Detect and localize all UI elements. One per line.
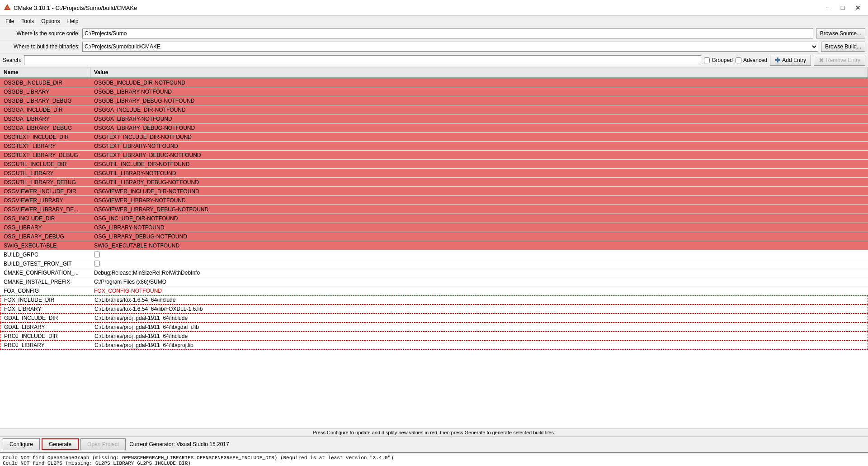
table-row[interactable]: FOX_CONFIG FOX_CONFIG-NOTFOUND — [0, 286, 868, 295]
menu-bar: File Tools Options Help — [0, 16, 868, 27]
value-cell: OSGTEXT_INCLUDE_DIR-NOTFOUND — [90, 133, 868, 141]
name-cell: OSG_LIBRARY_DEBUG — [0, 232, 90, 241]
name-cell: SWIG_EXECUTABLE — [0, 241, 90, 250]
table-row[interactable]: OSGVIEWER_INCLUDE_DIR OSGVIEWER_INCLUDE_… — [0, 187, 868, 196]
table-row[interactable]: OSG_LIBRARY OSG_LIBRARY-NOTFOUND — [0, 223, 868, 232]
table-row[interactable]: OSGDB_LIBRARY OSGDB_LIBRARY-NOTFOUND — [0, 87, 868, 96]
name-cell: GDAL_INCLUDE_DIR — [0, 314, 91, 322]
value-cell: C:/Libraries/fox-1.6.54_64/lib/FOXDLL-1.… — [91, 305, 868, 313]
source-path-input[interactable] — [82, 29, 813, 38]
name-cell: OSGVIEWER_LIBRARY_DE... — [0, 205, 90, 214]
name-column-header: Name — [0, 67, 90, 77]
name-cell: OSG_LIBRARY — [0, 223, 90, 232]
close-button[interactable]: ✕ — [852, 3, 864, 13]
row-checkbox[interactable] — [94, 252, 100, 257]
name-cell: OSGDB_LIBRARY — [0, 87, 90, 96]
table-row[interactable]: GDAL_LIBRARY C:/Libraries/proj_gdal-1911… — [0, 323, 868, 332]
table-row[interactable]: PROJ_LIBRARY C:/Libraries/proj_gdal-1911… — [0, 341, 868, 350]
value-cell: OSGGA_LIBRARY_DEBUG-NOTFOUND — [90, 124, 868, 132]
menu-file[interactable]: File — [2, 17, 18, 26]
table-row[interactable]: OSG_INCLUDE_DIR OSG_INCLUDE_DIR-NOTFOUND — [0, 214, 868, 223]
advanced-checkbox-group: Advanced — [736, 57, 767, 63]
value-cell: C:/Program Files (x86)/SUMO — [90, 277, 868, 286]
table-row[interactable]: FOX_INCLUDE_DIR C:/Libraries/fox-1.6.54_… — [0, 295, 868, 304]
value-cell: OSGDB_LIBRARY_DEBUG-NOTFOUND — [90, 96, 868, 105]
name-cell: PROJ_INCLUDE_DIR — [0, 332, 91, 340]
generate-button[interactable]: Generate — [42, 438, 79, 450]
minus-icon: ✖ — [819, 57, 824, 64]
name-cell: GDAL_LIBRARY — [0, 323, 91, 331]
table-row[interactable]: PROJ_INCLUDE_DIR C:/Libraries/proj_gdal-… — [0, 332, 868, 341]
name-cell: OSGDB_LIBRARY_DEBUG — [0, 96, 90, 105]
value-cell: OSG_LIBRARY_DEBUG-NOTFOUND — [90, 232, 868, 241]
row-checkbox[interactable] — [94, 261, 100, 266]
table-row[interactable]: OSGTEXT_INCLUDE_DIR OSGTEXT_INCLUDE_DIR-… — [0, 133, 868, 142]
table-row[interactable]: OSGDB_LIBRARY_DEBUG OSGDB_LIBRARY_DEBUG-… — [0, 96, 868, 105]
table-row[interactable]: OSGVIEWER_LIBRARY_DE... OSGVIEWER_LIBRAR… — [0, 205, 868, 214]
table-row[interactable]: BUILD_GTEST_FROM_GIT — [0, 259, 868, 268]
configure-button[interactable]: Configure — [3, 438, 40, 450]
name-cell: OSGUTIL_INCLUDE_DIR — [0, 160, 90, 168]
table-row[interactable]: OSGTEXT_LIBRARY OSGTEXT_LIBRARY-NOTFOUND — [0, 142, 868, 151]
name-cell: OSGTEXT_LIBRARY — [0, 142, 90, 150]
name-cell: FOX_INCLUDE_DIR — [0, 296, 91, 304]
search-input[interactable] — [24, 55, 701, 65]
advanced-checkbox[interactable] — [736, 57, 741, 63]
value-cell: OSG_LIBRARY-NOTFOUND — [90, 223, 868, 232]
table-row[interactable]: SWIG_EXECUTABLE SWIG_EXECUTABLE-NOTFOUND — [0, 241, 868, 250]
name-cell: OSGUTIL_LIBRARY_DEBUG — [0, 178, 90, 186]
add-entry-button[interactable]: ✚ Add Entry — [770, 55, 811, 66]
checkbox-cell[interactable] — [90, 250, 868, 259]
source-path-label: Where is the source code: — [3, 30, 80, 37]
name-cell: BUILD_GRPC — [0, 250, 90, 259]
value-cell: OSGDB_INCLUDE_DIR-NOTFOUND — [90, 78, 868, 87]
bottom-bar: Configure Generate Open Project Current … — [0, 436, 868, 452]
table-row[interactable]: GDAL_INCLUDE_DIR C:/Libraries/proj_gdal-… — [0, 314, 868, 323]
grouped-checkbox[interactable] — [704, 57, 710, 63]
table-row[interactable]: OSGGA_LIBRARY OSGGA_LIBRARY-NOTFOUND — [0, 114, 868, 124]
menu-options[interactable]: Options — [38, 17, 63, 26]
browse-source-button[interactable]: Browse Source... — [816, 29, 865, 38]
table-row[interactable]: OSGGA_INCLUDE_DIR OSGGA_INCLUDE_DIR-NOTF… — [0, 105, 868, 114]
window-title: CMake 3.10.1 - C:/Projects/Sumo/build/CM… — [14, 5, 137, 11]
table-row[interactable]: OSGUTIL_LIBRARY OSGUTIL_LIBRARY-NOTFOUND — [0, 169, 868, 178]
table-row[interactable]: OSG_LIBRARY_DEBUG OSG_LIBRARY_DEBUG-NOTF… — [0, 232, 868, 241]
minimize-button[interactable]: − — [821, 3, 834, 13]
name-cell: CMAKE_CONFIGURATION_... — [0, 268, 90, 277]
maximize-button[interactable]: □ — [836, 3, 849, 13]
value-cell: SWIG_EXECUTABLE-NOTFOUND — [90, 241, 868, 250]
table-row[interactable]: CMAKE_CONFIGURATION_... Debug;Release;Mi… — [0, 268, 868, 277]
table-row[interactable]: OSGUTIL_LIBRARY_DEBUG OSGUTIL_LIBRARY_DE… — [0, 178, 868, 187]
value-cell: C:/Libraries/proj_gdal-1911_64/include — [91, 332, 868, 340]
table-row[interactable]: OSGVIEWER_LIBRARY OSGVIEWER_LIBRARY-NOTF… — [0, 196, 868, 205]
remove-entry-button[interactable]: ✖ Remove Entry — [814, 55, 865, 66]
name-cell: BUILD_GTEST_FROM_GIT — [0, 259, 90, 268]
table-row[interactable]: BUILD_GRPC — [0, 250, 868, 259]
name-cell: PROJ_LIBRARY — [0, 341, 91, 349]
table-body[interactable]: OSGDB_INCLUDE_DIR OSGDB_INCLUDE_DIR-NOTF… — [0, 78, 868, 428]
grouped-checkbox-group: Grouped — [704, 57, 733, 63]
name-cell: FOX_LIBRARY — [0, 305, 91, 313]
log-area[interactable]: Could NOT find OpenSceneGraph (missing: … — [0, 452, 868, 466]
table-row[interactable]: CMAKE_INSTALL_PREFIX C:/Program Files (x… — [0, 277, 868, 286]
menu-tools[interactable]: Tools — [18, 17, 38, 26]
table-row[interactable]: OSGUTIL_INCLUDE_DIR OSGUTIL_INCLUDE_DIR-… — [0, 160, 868, 169]
plus-icon: ✚ — [775, 57, 780, 64]
table-row[interactable]: OSGGA_LIBRARY_DEBUG OSGGA_LIBRARY_DEBUG-… — [0, 124, 868, 133]
source-path-row: Where is the source code: Browse Source.… — [0, 27, 868, 40]
name-cell: OSGUTIL_LIBRARY — [0, 169, 90, 177]
checkbox-cell[interactable] — [90, 259, 868, 268]
name-cell: OSGVIEWER_INCLUDE_DIR — [0, 187, 90, 195]
value-cell: OSGVIEWER_LIBRARY_DEBUG-NOTFOUND — [90, 205, 868, 214]
open-project-button[interactable]: Open Project — [80, 438, 126, 450]
table-row[interactable]: FOX_LIBRARY C:/Libraries/fox-1.6.54_64/l… — [0, 304, 868, 314]
menu-help[interactable]: Help — [64, 17, 82, 26]
table-row[interactable]: OSGTEXT_LIBRARY_DEBUG OSGTEXT_LIBRARY_DE… — [0, 151, 868, 160]
browse-build-button[interactable]: Browse Build... — [821, 42, 865, 52]
value-cell: FOX_CONFIG-NOTFOUND — [90, 286, 868, 295]
build-path-dropdown[interactable]: C:/Projects/Sumo/build/CMAKE — [82, 42, 818, 52]
name-cell: OSGGA_LIBRARY_DEBUG — [0, 124, 90, 132]
value-cell: C:/Libraries/fox-1.6.54_64/include — [91, 296, 868, 304]
table-row[interactable]: OSGDB_INCLUDE_DIR OSGDB_INCLUDE_DIR-NOTF… — [0, 78, 868, 87]
generator-label: Current Generator: Visual Studio 15 2017 — [129, 441, 229, 447]
